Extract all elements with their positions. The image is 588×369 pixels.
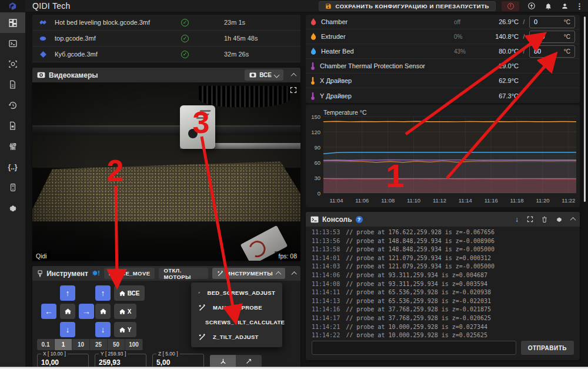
z-position-input[interactable] [156,358,200,367]
move-x-plus-button[interactable]: → [79,304,94,319]
move-z-minus-button[interactable]: ↓ [95,322,111,337]
temp-row-chamber-sensor[interactable]: Chamber Thermal Protection Sensor 29.0°C [306,59,580,74]
sidebar-item-dashboard[interactable] [0,12,25,33]
thermometer-icon [310,92,315,100]
log-line: 11:14:03// probe at 121.079,259.934 is z… [312,262,574,271]
log-line: 11:13:58// probe at 148.848,259.934 is z… [312,245,574,254]
collapse-panel-icon[interactable] [291,73,297,79]
temp-row-extruder[interactable]: Extruder 0% 140.8°C / °C [306,29,580,44]
scroll-to-bottom-icon[interactable]: ↓ [515,215,519,224]
move-x-minus-button[interactable]: ← [41,304,56,319]
extruder-target-input[interactable] [534,33,557,40]
svg-text:11:06: 11:06 [355,197,369,204]
step-option-selected[interactable]: 1 [55,339,72,350]
force-move-button[interactable]: FORCE_MOVE [104,268,155,279]
console-panel-header: Консоль ? ↓ [306,212,580,227]
bell-icon [544,2,552,10]
update-button[interactable] [525,1,538,11]
step-option[interactable]: 10 [72,339,90,350]
step-option[interactable]: 50 [108,339,125,350]
fluidd-logo-icon [8,2,17,11]
sidebar-item-system[interactable] [0,177,25,198]
webcam-panel-header: Видеокамеры ВСЕ [32,68,300,82]
step-size-selector: 0.1 1 10 25 50 100 [37,339,143,350]
sidebar-item-history[interactable] [0,95,25,115]
motors-off-button[interactable]: ОТКЛ. МОТОРЫ [159,268,208,279]
job-success-icon: ✓ [181,19,189,26]
y-position-input[interactable] [99,358,142,367]
y-position-label: Y [ 259.93 ] [99,351,128,357]
user-button[interactable] [558,1,571,11]
job-row[interactable]: top.gcode.3mf ✓ 1h 45m 48s [32,31,300,46]
app-window: QIDI Tech СОХРАНИТЬ КОНФИГУРАЦИЮ И ПЕРЕЗ… [0,0,588,369]
console-command-input[interactable] [312,341,516,355]
menu-item-screws-tilt-calculate[interactable]: SCREWS_TILT_CALCULATE [191,315,282,330]
app-logo[interactable] [0,0,25,12]
flame-icon [310,18,316,26]
console-log[interactable]: 11:13:53// probe at 176.622,259.928 is z… [306,227,580,337]
step-option[interactable]: 0.1 [37,339,55,350]
menu-item-manual-probe[interactable]: MANUAL_PROBE [191,300,282,315]
axes-icon [219,358,227,365]
collapse-panel-icon[interactable] [291,271,296,277]
collapse-panel-icon[interactable] [570,217,576,223]
temp-row-chamber[interactable]: Chamber off 26.9°C / °C [306,15,580,29]
x-position-input[interactable] [41,358,85,367]
heater-bed-target-input[interactable] [534,48,557,55]
console-input-row: ОТПРАВИТЬ [306,337,580,358]
svg-text:11:20: 11:20 [536,197,549,204]
move-y-plus-button[interactable]: ↑ [60,285,75,301]
job-success-icon: ✓ [181,35,189,42]
chart-title: Temperature °C [323,109,367,116]
scrollbar[interactable] [584,16,586,202]
job-row[interactable]: Hot bed leveling block.gcode.3mf ✓ 23m 1… [32,15,300,31]
menu-item-bed-screws-adjust[interactable]: BED_SCREWS_ADJUST [191,285,282,300]
home-xy-button[interactable] [60,304,75,319]
webcam-selector[interactable]: ВСЕ [245,69,283,81]
log-line: 11:14:06// probe at 93.311,259.934 is z=… [312,271,574,280]
home-all-button[interactable]: ВСЕ [114,285,145,301]
move-y-minus-button[interactable]: ↓ [60,322,75,337]
chamber-target-field: °C [529,16,575,28]
home-z-button[interactable] [95,304,111,319]
sidebar-item-settings[interactable] [0,198,25,218]
camera-icon [37,72,45,78]
emergency-stop-button[interactable]: ! [502,1,519,11]
chevron-down-icon [274,72,280,78]
temp-row-x-driver[interactable]: X Драйвер 62.9°C [306,74,580,88]
sidebar-item-configure[interactable]: {..} [0,157,25,177]
sidebar-item-tune[interactable] [0,136,25,157]
fullscreen-icon[interactable] [290,85,297,92]
webcam-stream[interactable]: Qidi fps: 08 [32,82,300,261]
chamber-target-input[interactable] [534,18,557,25]
tools-dropdown-button[interactable]: ИНСТРУМЕНТЫ [212,268,285,279]
camera-icon [249,72,256,78]
kebab-menu-icon[interactable]: ⋮ [576,2,583,11]
temp-row-heater-bed[interactable]: Heater Bed 43% 80.0°C / °C [306,44,580,59]
notifications-button[interactable] [542,1,554,11]
sidebar-item-jobs[interactable] [0,74,25,95]
step-option[interactable]: 25 [90,339,108,350]
tune-icon [8,142,18,151]
trash-icon[interactable] [542,216,547,223]
save-config-restart-button[interactable]: СОХРАНИТЬ КОНФИГУРАЦИЮ И ПЕРЕЗАПУСТИТЬ [319,1,496,11]
console-panel-title: Консоль [322,215,352,224]
relative-mode-button[interactable] [236,355,262,368]
x-position-field: X [ 10.00 ] [37,354,89,368]
console-settings-icon[interactable] [556,216,563,223]
temperature-panel: Chamber off 26.9°C / °C Extruder 0% 140.… [306,15,580,103]
sidebar-item-timelapse[interactable] [0,115,25,136]
home-x-button[interactable]: X [114,304,136,319]
help-icon[interactable]: ? [356,216,363,223]
sidebar-item-gcode-preview[interactable] [0,54,25,74]
temp-row-y-driver[interactable]: Y Драйвер 67.3°C [306,88,580,103]
home-y-button[interactable]: Y [114,322,136,337]
expand-icon[interactable] [527,216,533,222]
step-option[interactable]: 100 [125,339,143,350]
job-row[interactable]: Куб.gcode.3mf ✓ 32m 26s [32,46,300,62]
send-button[interactable]: ОТПРАВИТЬ [521,341,574,355]
menu-item-z-tilt-adjust[interactable]: Z_TILT_ADJUST [191,330,282,344]
absolute-mode-button[interactable] [210,355,236,368]
sidebar-item-console[interactable] [0,33,25,54]
move-z-plus-button[interactable]: ↑ [95,285,111,301]
